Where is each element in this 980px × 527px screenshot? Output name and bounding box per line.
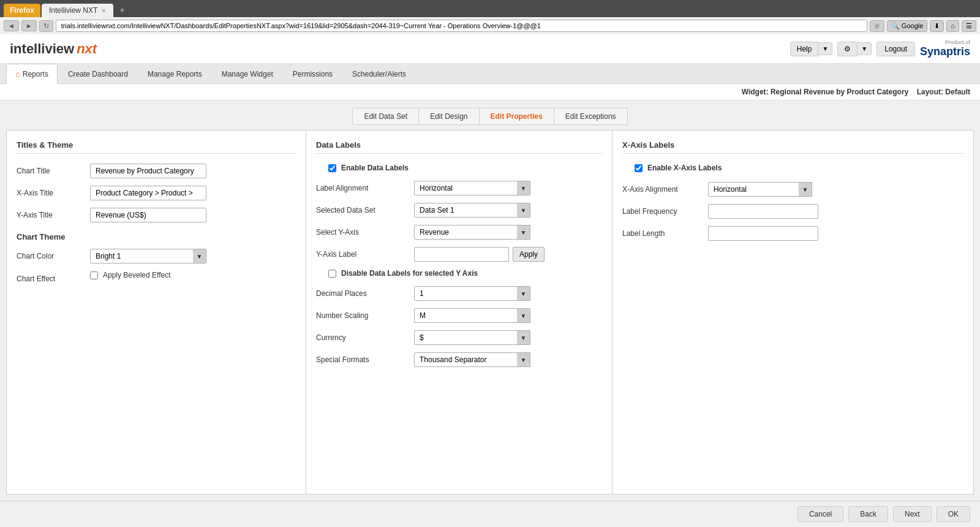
settings-button[interactable]: ⚙ [837, 42, 858, 56]
x-axis-alignment-row: X-Axis Alignment Horizontal Vertical Dia… [622, 182, 963, 197]
decimal-places-row: Decimal Places 0 1 2 3 4 ▼ [316, 286, 602, 301]
synaptris-brand: Synaptris [920, 45, 970, 58]
number-scaling-label: Number Scaling [316, 311, 414, 320]
bookmark-button[interactable]: ☆ [870, 20, 884, 32]
label-alignment-row: Label Alignment Horizontal Vertical Diag… [316, 181, 602, 195]
layout-value: Default [945, 88, 970, 96]
home-nav-button[interactable]: ⌂ [946, 20, 959, 32]
next-button[interactable]: Next [893, 506, 932, 522]
help-dropdown-button[interactable]: ▼ [818, 42, 832, 55]
nav-tab-permissions[interactable]: Permissions [284, 64, 342, 83]
y-axis-label-group: Apply [414, 247, 545, 262]
nav-tabs: ⌂ Reports Create Dashboard Manage Report… [0, 64, 980, 84]
y-axis-title-input[interactable] [90, 208, 206, 222]
y-axis-label-input[interactable] [414, 247, 509, 262]
edit-tabs: Edit Data Set Edit Design Edit Propertie… [0, 100, 980, 130]
special-formats-select[interactable]: None Thousand Separator Percentage [414, 352, 530, 367]
x-axis-alignment-select[interactable]: Horizontal Vertical Diagonal [708, 182, 812, 197]
app-header: intelliview nxt Help ▼ ⚙ ▼ Logout Produc… [0, 34, 980, 64]
beveled-effect-row: Apply Beveled Effect [90, 271, 171, 279]
synaptris-logo: Product of Synaptris [920, 39, 970, 58]
new-tab-button[interactable]: + [115, 2, 129, 17]
disable-data-labels-row: Disable Data Labels for selected Y Axis [316, 269, 602, 278]
nav-tab-manage-widget[interactable]: Manage Widget [213, 64, 282, 83]
decimal-places-label: Decimal Places [316, 289, 414, 298]
logo-nxt: nxt [77, 41, 97, 57]
decimal-places-select[interactable]: 0 1 2 3 4 [414, 286, 530, 301]
content-area: Edit Data Set Edit Design Edit Propertie… [0, 100, 980, 501]
header-right: Help ▼ ⚙ ▼ Logout Product of Synaptris [790, 39, 970, 58]
google-search-button[interactable]: 🔍 Google [887, 20, 928, 32]
x-axis-title-label: X-Axis Title [17, 189, 90, 197]
currency-label: Currency [316, 333, 414, 342]
forward-button[interactable]: ► [21, 20, 37, 31]
label-alignment-label: Label Alignment [316, 184, 414, 192]
special-formats-row: Special Formats None Thousand Separator … [316, 352, 602, 367]
beveled-effect-checkbox[interactable] [90, 271, 98, 279]
cancel-button[interactable]: Cancel [797, 506, 843, 522]
label-frequency-row: Label Frequency [622, 204, 963, 219]
currency-select[interactable]: $ € £ ¥ [414, 330, 530, 345]
nav-tab-create-dashboard[interactable]: Create Dashboard [59, 64, 137, 83]
browser-tab-active: Intelliview NXT ✕ [42, 4, 113, 17]
ok-button[interactable]: OK [937, 506, 970, 522]
download-button[interactable]: ⬇ [930, 20, 944, 32]
main-content: Titles & Theme Chart Title X-Axis Title … [0, 130, 980, 501]
titles-theme-panel: Titles & Theme Chart Title X-Axis Title … [6, 130, 306, 495]
enable-x-axis-labels-checkbox[interactable] [635, 164, 643, 172]
x-axis-labels-panel: X-Axis Labels Enable X-Axis Labels X-Axi… [612, 130, 974, 495]
help-button[interactable]: Help [790, 42, 819, 56]
label-length-row: Label Length [622, 226, 963, 241]
x-axis-alignment-select-wrap: Horizontal Vertical Diagonal ▼ [708, 182, 812, 197]
chart-title-label: Chart Title [17, 167, 90, 175]
chart-title-input[interactable] [90, 164, 206, 178]
nav-tab-manage-reports[interactable]: Manage Reports [138, 64, 211, 83]
select-y-axis-select-wrap: Revenue Cost Profit ▼ [414, 225, 530, 240]
apply-button[interactable]: Apply [513, 247, 545, 262]
logo: intelliview nxt [10, 41, 97, 57]
enable-x-axis-labels-label: Enable X-Axis Labels [647, 164, 722, 172]
y-axis-title-label: Y-Axis Title [17, 211, 90, 219]
x-axis-title-input[interactable] [90, 186, 206, 200]
address-input[interactable] [56, 20, 867, 32]
disable-data-labels-checkbox[interactable] [328, 270, 336, 278]
x-axis-labels-title: X-Axis Labels [622, 140, 963, 154]
tab-close-button[interactable]: ✕ [101, 7, 106, 14]
y-axis-label-row: Y-Axis Label Apply [316, 247, 602, 262]
special-formats-label: Special Formats [316, 355, 414, 364]
edit-tab-design[interactable]: Edit Design [419, 108, 479, 125]
back-button[interactable]: Back [848, 506, 888, 522]
chart-theme-title: Chart Theme [17, 232, 296, 241]
widget-info: Widget: Regional Revenue by Product Cate… [0, 84, 980, 100]
footer: Cancel Back Next OK [0, 501, 980, 527]
data-labels-title: Data Labels [316, 140, 602, 154]
nav-tab-scheduler-alerts[interactable]: Scheduler/Alerts [343, 64, 415, 83]
firefox-button[interactable]: Firefox [4, 4, 40, 17]
select-y-axis-select[interactable]: Revenue Cost Profit [414, 225, 530, 240]
data-labels-panel: Data Labels Enable Data Labels Label Ali… [306, 130, 612, 495]
more-button[interactable]: ☰ [962, 20, 976, 32]
nav-tab-reports[interactable]: ⌂ Reports [6, 64, 58, 84]
chart-color-label: Chart Color [17, 252, 90, 260]
settings-dropdown-button[interactable]: ▼ [858, 42, 872, 55]
edit-tab-exceptions[interactable]: Edit Exceptions [554, 108, 628, 125]
address-bar: ◄ ► ↻ ☆ 🔍 Google ⬇ ⌂ ☰ [0, 17, 980, 34]
refresh-button[interactable]: ↻ [39, 20, 53, 32]
number-scaling-select[interactable]: None K M B [414, 308, 530, 323]
edit-tab-properties[interactable]: Edit Properties [480, 108, 554, 125]
beveled-effect-label: Apply Beveled Effect [103, 271, 171, 279]
chart-color-select[interactable]: Bright 1 Bright 2 Dark 1 Dark 2 Pastel 1… [90, 249, 206, 264]
logout-button[interactable]: Logout [876, 42, 915, 56]
back-button[interactable]: ◄ [4, 20, 19, 31]
label-length-input[interactable] [708, 226, 818, 241]
label-alignment-select[interactable]: Horizontal Vertical Diagonal [414, 181, 530, 195]
special-formats-select-wrap: None Thousand Separator Percentage ▼ [414, 352, 530, 367]
label-length-label: Label Length [622, 229, 708, 238]
x-axis-title-row: X-Axis Title [17, 186, 296, 200]
label-frequency-input[interactable] [708, 204, 818, 219]
number-scaling-select-wrap: None K M B ▼ [414, 308, 530, 323]
selected-data-set-select[interactable]: Data Set 1 Data Set 2 Data Set 3 [414, 203, 530, 218]
selected-data-set-label: Selected Data Set [316, 206, 414, 214]
edit-tab-data-set[interactable]: Edit Data Set [352, 108, 419, 125]
enable-data-labels-checkbox[interactable] [328, 164, 336, 172]
